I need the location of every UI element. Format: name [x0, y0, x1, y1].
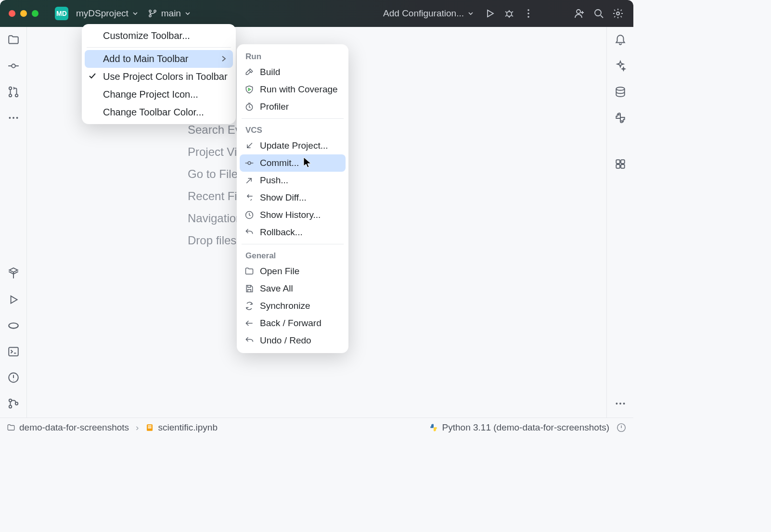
run-button[interactable]	[480, 4, 500, 23]
vcs-tool-icon[interactable]	[7, 397, 20, 410]
debug-button[interactable]	[500, 4, 519, 23]
python-console-tool-icon[interactable]	[614, 112, 627, 124]
code-with-me-button[interactable]	[570, 4, 589, 23]
submenu-show-diff[interactable]: Show Diff...	[237, 189, 348, 206]
svg-point-5	[527, 13, 529, 14]
window-controls	[9, 10, 39, 17]
submenu-push[interactable]: Push...	[237, 172, 348, 189]
svg-rect-28	[616, 165, 620, 168]
more-actions-button[interactable]	[519, 4, 538, 23]
submenu-build[interactable]: Build	[237, 63, 348, 81]
history-clock-icon	[244, 210, 254, 220]
submenu-update-project[interactable]: Update Project...	[237, 137, 348, 154]
settings-button[interactable]	[608, 4, 628, 23]
submenu-synchronize[interactable]: Synchronize	[237, 297, 348, 315]
project-tool-icon[interactable]	[7, 34, 20, 46]
search-everywhere-button[interactable]	[589, 4, 608, 23]
plugins-tool-icon[interactable]	[614, 158, 627, 170]
titlebar: MD myDSproject main Add Configuration...	[0, 0, 633, 27]
check-icon	[89, 71, 96, 82]
submenu-separator	[242, 244, 344, 244]
submenu-commit[interactable]: Commit...	[240, 154, 346, 172]
python-packages-tool-icon[interactable]	[7, 319, 20, 332]
breadcrumb-separator-icon: ›	[133, 422, 141, 433]
inspection-status-icon[interactable]	[616, 422, 627, 433]
svg-point-16	[16, 117, 18, 119]
submenu-label: Commit...	[260, 158, 299, 168]
svg-point-4	[527, 9, 529, 11]
svg-point-7	[577, 10, 580, 13]
add-to-toolbar-submenu: Run Build Run with Coverage Profiler VCS…	[237, 44, 348, 353]
submenu-label: Save All	[260, 283, 293, 294]
submenu-open-file[interactable]: Open File	[237, 263, 348, 280]
submenu-label: Undo / Redo	[260, 335, 311, 346]
person-plus-icon	[574, 8, 585, 19]
chevron-down-icon	[132, 11, 138, 16]
submenu-undo-redo[interactable]: Undo / Redo	[237, 332, 348, 349]
python-interpreter-widget[interactable]: Python 3.11 (demo-data-for-screenshots)	[429, 422, 609, 433]
submenu-profiler[interactable]: Profiler	[237, 98, 348, 115]
branch-icon	[148, 9, 157, 18]
ai-assistant-tool-icon[interactable]	[614, 60, 627, 72]
chevron-down-icon	[468, 11, 474, 16]
branch-selector[interactable]: main	[143, 5, 195, 22]
folder-icon	[7, 423, 15, 432]
menu-add-to-main-toolbar[interactable]: Add to Main Toolbar	[85, 50, 233, 68]
submenu-label: Rollback...	[260, 227, 303, 238]
submenu-group-general: General	[237, 247, 348, 263]
pull-requests-tool-icon[interactable]	[7, 86, 20, 98]
submenu-label: Push...	[260, 175, 288, 186]
services-tool-icon[interactable]	[7, 267, 20, 280]
welcome-line: Recent Fil	[188, 190, 240, 203]
commit-tool-icon[interactable]	[7, 60, 20, 72]
welcome-line: Project Vi	[188, 145, 237, 159]
menu-customize-toolbar[interactable]: Customize Toolbar...	[82, 27, 236, 45]
run-tool-icon[interactable]	[7, 293, 20, 306]
minimize-window-button[interactable]	[20, 10, 27, 17]
svg-point-30	[616, 403, 617, 405]
chevron-down-icon	[185, 11, 191, 16]
hammer-icon	[244, 67, 254, 77]
project-selector[interactable]: MD myDSproject	[50, 4, 143, 23]
submenu-arrow-icon	[221, 53, 226, 64]
project-name: myDSproject	[76, 8, 128, 19]
close-window-button[interactable]	[9, 10, 15, 17]
submenu-show-history[interactable]: Show History...	[237, 206, 348, 224]
svg-point-13	[15, 94, 17, 97]
menu-change-project-icon[interactable]: Change Project Icon...	[82, 86, 236, 103]
menu-use-project-colors[interactable]: Use Project Colors in Toolbar	[82, 68, 236, 86]
svg-point-31	[619, 403, 621, 405]
svg-point-9	[617, 12, 619, 15]
submenu-label: Show History...	[260, 210, 321, 220]
welcome-line: Go to File	[188, 167, 238, 181]
more-tools-icon[interactable]	[7, 112, 20, 124]
interpreter-label: Python 3.11 (demo-data-for-screenshots)	[442, 422, 609, 433]
menu-change-toolbar-color[interactable]: Change Toolbar Color...	[82, 103, 236, 121]
arrow-in-down-left-icon	[244, 141, 254, 151]
submenu-run-coverage[interactable]: Run with Coverage	[237, 81, 348, 98]
terminal-tool-icon[interactable]	[7, 345, 20, 358]
submenu-rollback[interactable]: Rollback...	[237, 224, 348, 241]
problems-tool-icon[interactable]	[7, 371, 20, 384]
menu-label: Change Toolbar Color...	[103, 107, 204, 118]
database-tool-icon[interactable]	[614, 86, 627, 98]
welcome-line: Navigation	[188, 212, 242, 225]
run-config-selector[interactable]: Add Configuration...	[376, 5, 480, 22]
svg-rect-38	[148, 427, 152, 428]
svg-point-20	[9, 399, 11, 402]
undo-icon	[244, 336, 254, 345]
submenu-group-run: Run	[237, 48, 348, 63]
submenu-save-all[interactable]: Save All	[237, 280, 348, 297]
folder-icon	[244, 266, 254, 276]
breadcrumb[interactable]: demo-data-for-screenshots › scientific.i…	[7, 422, 218, 433]
submenu-label: Back / Forward	[260, 318, 321, 329]
submenu-back-forward[interactable]: Back / Forward	[237, 315, 348, 332]
notifications-tool-icon[interactable]	[614, 34, 627, 46]
gear-icon	[612, 8, 624, 19]
svg-point-22	[15, 402, 17, 405]
bug-icon	[503, 8, 515, 19]
maximize-window-button[interactable]	[32, 10, 39, 17]
more-right-tools-icon[interactable]	[614, 397, 627, 410]
commit-icon	[244, 158, 254, 168]
svg-point-8	[595, 10, 601, 16]
